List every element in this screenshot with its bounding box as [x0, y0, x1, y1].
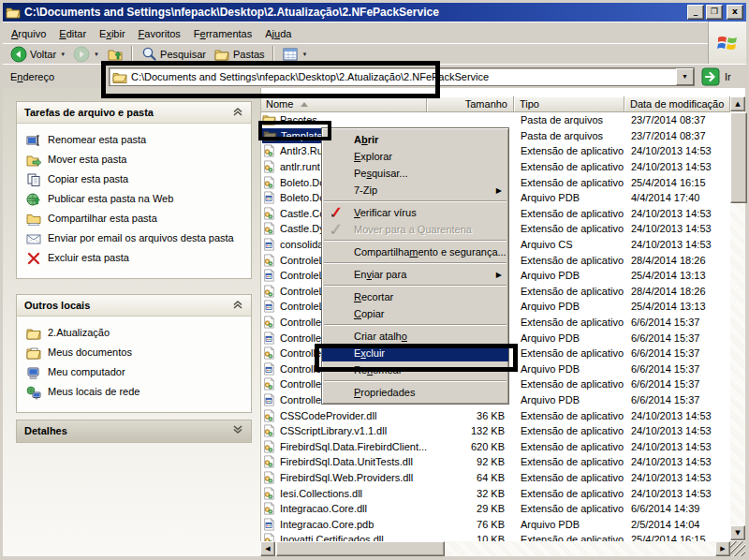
close-button[interactable]: x	[727, 5, 743, 20]
file-name[interactable]: Integracao.Core.dll	[262, 502, 367, 515]
horizontal-scroll-thumb[interactable]	[276, 541, 445, 556]
maximize-button[interactable]: ❐	[706, 5, 723, 20]
file-name[interactable]: Pacotes	[262, 113, 317, 126]
menu-item[interactable]: Ferramentas	[187, 25, 258, 42]
file-row[interactable]: CSSCodeProvider.dll36 KBExtensão de apli…	[260, 407, 733, 423]
context-menu-item-excluir[interactable]: Excluir	[322, 345, 508, 361]
place-item[interactable]: Meu computador	[24, 363, 245, 383]
scroll-up-button[interactable]: ▲	[730, 96, 745, 111]
place-item[interactable]: 2.Atualização	[24, 324, 245, 344]
minimize-button[interactable]: _	[687, 5, 704, 20]
file-name[interactable]: Antlr3.Ru	[262, 144, 323, 157]
file-name[interactable]: Controlle	[262, 332, 321, 345]
task-item[interactable]: Enviar por email os arquivos desta pasta	[24, 229, 245, 249]
file-name[interactable]: CSSCodeProvider.dll	[262, 409, 376, 422]
file-name[interactable]: ControleL	[262, 285, 325, 298]
file-row[interactable]: FirebirdSql.Data.UnitTests.dll92 KBExten…	[260, 454, 733, 470]
views-button[interactable]: ▼	[278, 45, 312, 64]
file-name[interactable]: Boleto.Do	[262, 176, 325, 189]
file-name[interactable]: consolida	[262, 238, 323, 251]
pane-file-tasks-header[interactable]: Tarefas de arquivo e pasta	[17, 102, 251, 124]
chevron-up-icon[interactable]	[232, 299, 243, 312]
context-menu-item-enviar-para[interactable]: Enviar para▶	[322, 266, 508, 283]
scroll-right-button[interactable]: ▶	[715, 541, 730, 556]
address-combo[interactable]: C:\Documents and Settings\nfepack\Deskto…	[109, 67, 695, 86]
column-header-data-de-modifica-o[interactable]: Data de modificação	[624, 96, 730, 112]
file-name[interactable]: FirebirdSql.Data.UnitTests.dll	[262, 455, 413, 468]
context-menu-item-verificar-v-rus[interactable]: Verificar vírus	[322, 204, 508, 221]
file-row[interactable]: Integracao.Core.dll29 KBExtensão de apli…	[260, 501, 733, 517]
vertical-scroll-thumb[interactable]	[730, 112, 747, 203]
file-name[interactable]: Inovatti.Certificados.dll	[262, 533, 384, 541]
file-row[interactable]: FirebirdSql.Data.FirebirdClient...620 KB…	[260, 438, 733, 454]
file-name[interactable]: FirebirdSql.Data.FirebirdClient...	[262, 440, 427, 453]
scroll-left-button[interactable]: ◀	[260, 541, 275, 556]
task-item[interactable]: Publicar esta pasta na Web	[24, 190, 245, 210]
task-item[interactable]: Mover esta pasta	[24, 151, 245, 170]
vertical-scrollbar[interactable]: ▲ ▼	[730, 96, 745, 540]
column-header-nome[interactable]: Nome	[260, 96, 427, 112]
up-button[interactable]	[103, 45, 127, 64]
file-name[interactable]: Castle.Dy	[262, 222, 325, 235]
chevron-down-icon[interactable]	[232, 424, 243, 437]
menu-item[interactable]: Editar	[52, 25, 93, 42]
context-menu-item-compartilhamento-e-seguran-a[interactable]: Compartilhamento e segurança...	[322, 243, 508, 260]
context-menu-item-copiar[interactable]: Copiar	[322, 305, 508, 322]
file-row[interactable]: FirebirdSql.Web.Providers.dll64 KBExtens…	[260, 470, 733, 486]
context-menu-item-criar-atalho[interactable]: Criar atalho	[322, 328, 508, 345]
task-item[interactable]: Compartilhar esta pasta	[24, 210, 245, 229]
horizontal-scrollbar[interactable]: ◀ ▶	[260, 541, 730, 556]
file-name[interactable]: ControleL	[262, 254, 325, 267]
context-menu-item-pesquisar[interactable]: Pesquisar...	[322, 165, 508, 182]
place-item[interactable]: Meus documentos	[24, 344, 245, 363]
file-row[interactable]: PacotesPasta de arquivos23/7/2014 08:37	[260, 112, 733, 128]
file-name[interactable]: Iesi.Collections.dll	[262, 487, 362, 500]
context-menu-item-explorar[interactable]: Explorar	[322, 148, 508, 165]
pane-other-places-header[interactable]: Outros locais	[17, 295, 251, 317]
context-menu-item-7-zip[interactable]: 7-Zip▶	[322, 182, 508, 199]
go-button[interactable]: Ir	[701, 67, 731, 86]
place-item[interactable]: Meus locais de rede	[24, 383, 245, 403]
file-name[interactable]: Integracao.Core.pdb	[262, 518, 374, 531]
menu-item[interactable]: Arquivo	[5, 25, 52, 42]
context-menu-item-abrir[interactable]: Abrir	[322, 131, 508, 148]
file-name[interactable]: Controlle	[262, 362, 321, 376]
scroll-down-button[interactable]: ▼	[730, 525, 745, 540]
forward-button[interactable]: ▼	[69, 45, 103, 64]
column-header-tipo[interactable]: Tipo	[514, 96, 624, 112]
context-menu-item-recortar[interactable]: Recortar	[322, 288, 508, 305]
menu-item[interactable]: Ajuda	[258, 25, 298, 42]
file-name[interactable]: CSScriptLibrary.v1.1.dll	[262, 424, 387, 437]
pane-details-header[interactable]: Detalhes	[17, 420, 251, 442]
views-dropdown-icon[interactable]: ▼	[302, 52, 308, 57]
context-menu-item-renomear[interactable]: Renomear	[322, 361, 508, 378]
file-row[interactable]: Integracao.Core.pdb76 KBArquivo PDB2/5/2…	[260, 516, 733, 532]
file-name[interactable]: ControleL	[262, 300, 325, 313]
search-button[interactable]: Pesquisar	[137, 45, 210, 64]
folders-button[interactable]: Pastas	[210, 45, 269, 64]
file-name[interactable]: antlr.runt	[262, 160, 320, 173]
address-input[interactable]: C:\Documents and Settings\nfepack\Deskto…	[131, 71, 489, 82]
menu-item[interactable]: Favoritos	[132, 25, 187, 42]
forward-dropdown-icon[interactable]: ▼	[94, 52, 99, 57]
back-button[interactable]: Voltar ▼	[7, 45, 69, 64]
address-dropdown-button[interactable]: ▼	[676, 68, 694, 85]
task-item[interactable]: Renomear esta pasta	[24, 131, 245, 151]
file-name[interactable]: ControleL	[262, 269, 325, 282]
back-dropdown-icon[interactable]: ▼	[60, 52, 66, 57]
file-name[interactable]: Boleto.Do	[262, 191, 325, 204]
file-name[interactable]: Controlle	[262, 377, 321, 391]
file-row[interactable]: Inovatti.Certificados.dll10 KBExtensão d…	[260, 532, 733, 541]
chevron-up-icon[interactable]	[232, 106, 243, 119]
task-item[interactable]: Excluir esta pasta	[24, 249, 245, 269]
file-name[interactable]: Castle.Co	[262, 207, 325, 220]
task-item[interactable]: Copiar esta pasta	[24, 170, 245, 190]
menu-item[interactable]: Exibir	[93, 25, 132, 42]
file-name[interactable]: Controlle	[262, 316, 321, 329]
file-row[interactable]: Iesi.Collections.dll32 KBExtensão de apl…	[260, 485, 733, 501]
file-name[interactable]: FirebirdSql.Web.Providers.dll	[262, 471, 413, 484]
file-name[interactable]: Controlle	[262, 393, 321, 406]
file-name[interactable]: Controlle	[262, 346, 321, 360]
context-menu-item-propriedades[interactable]: Propriedades	[322, 384, 508, 401]
column-header-tamanho[interactable]: Tamanho	[427, 96, 514, 112]
